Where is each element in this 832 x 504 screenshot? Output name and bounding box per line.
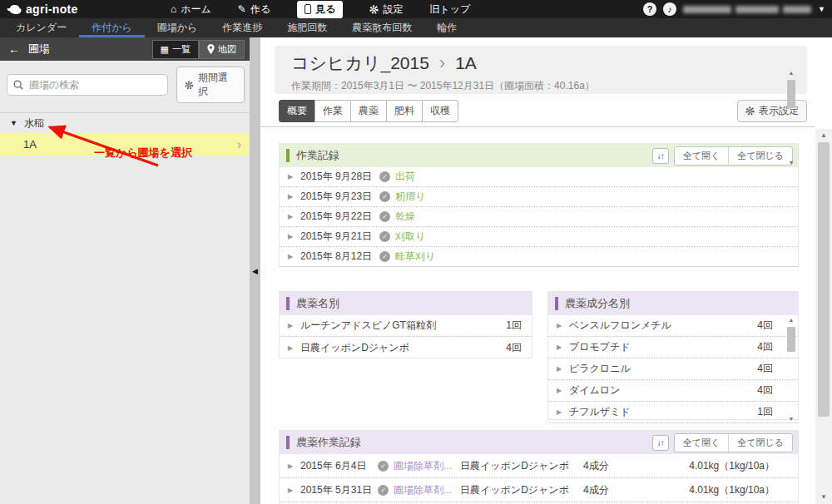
expand-triangle-icon: ▶ (288, 462, 300, 470)
usage-count: 4回 (757, 362, 773, 376)
ingredient-row[interactable]: ▶ チフルザミド 1回 (548, 402, 798, 423)
tab-pesticide[interactable]: 農薬 (350, 100, 387, 122)
pesticide-name-row[interactable]: ▶ 日農イッポンDジャンボ 4回 (280, 337, 532, 358)
tab-work[interactable]: 作業 (314, 100, 351, 122)
work-type-label[interactable]: 出荷 (395, 170, 415, 184)
scroll-down-icon[interactable]: ▼ (815, 493, 832, 501)
check-circle-icon: ✓ (379, 211, 390, 222)
tab-overview[interactable]: 概要 (279, 100, 315, 122)
expand-triangle-icon: ▶ (557, 387, 569, 394)
subnav-fertilization-count[interactable]: 施肥回数 (275, 18, 339, 37)
work-type-label[interactable]: 乾燥 (395, 210, 415, 224)
nav-home-label: ホーム (181, 2, 211, 17)
agri-note-logo-icon (7, 4, 22, 15)
panel-scrollbar[interactable]: ▲ ▼ (786, 317, 796, 422)
home-icon: ⌂ (171, 4, 176, 14)
period-select-button[interactable]: 期間選択 (176, 67, 245, 103)
annotation-text: 一覧から圃場を選択 (94, 146, 192, 161)
ingredient-row[interactable]: ▶ ピラクロニル 4回 (548, 358, 798, 380)
page-scrollbar[interactable]: ▲ ▼ (815, 129, 832, 504)
scroll-up-icon[interactable]: ▲ (815, 131, 832, 139)
subnav-work-progress[interactable]: 作業進捗 (210, 18, 275, 37)
scroll-up-icon[interactable]: ▲ (786, 70, 796, 76)
record-date: 2015年 9月28日 (300, 170, 379, 184)
note-icon[interactable]: ♪ (663, 2, 676, 16)
nav-settings[interactable]: 設定 (369, 2, 403, 17)
nav-home[interactable]: ⌂ ホーム (171, 2, 211, 17)
pesticide-name: ルーチンアドスピノGT箱粒剤 (300, 319, 436, 333)
gear-icon (369, 5, 379, 14)
work-record-row[interactable]: ▶ 2015年 9月28日 ✓ 出荷 (280, 167, 798, 187)
product-name: 日農イッポンDジャンボ (460, 483, 583, 497)
pesticide-work-records-panel: 農薬作業記録 ↓↑ 全て開く 全て閉じる ▶ 2015年 6月4日 ✓ 圃場除草… (279, 430, 799, 504)
work-category-link[interactable]: 圃場除草剤... (394, 459, 460, 473)
detail-tab-row: 概要 作業 農薬 肥料 収穫 表示設定 (279, 101, 807, 121)
nav-view[interactable]: 見る (297, 1, 343, 18)
grid-icon: ▦ (161, 44, 169, 55)
pesticide-by-name-panel: 農薬名別 ▶ ルーチンアドスピノGT箱粒剤 1回 ▶ 日農イッポンDジャンボ 4… (279, 291, 532, 358)
brand[interactable]: agri-note (0, 2, 78, 16)
open-all-button[interactable]: 全て開く (675, 147, 729, 165)
field-search-input[interactable] (7, 74, 168, 96)
check-circle-icon: ✓ (379, 251, 390, 262)
display-settings-button[interactable]: 表示設定 (737, 100, 807, 122)
map-view-button[interactable]: 地図 (199, 40, 245, 59)
subnav-pesticide-spray-count[interactable]: 農薬散布回数 (339, 18, 424, 37)
help-icon[interactable]: ? (643, 2, 656, 16)
scroll-up-icon[interactable]: ▲ (786, 317, 796, 323)
sort-icon[interactable]: ↓↑ (652, 435, 669, 451)
record-date: 2015年 5月31日 (300, 483, 378, 497)
panel-scrollbar[interactable]: ▲ ▼ (786, 70, 796, 166)
work-record-row[interactable]: ▶ 2015年 8月12日 ✓ 畦草刈り (280, 247, 798, 267)
sidebar-title: 圃場 (28, 42, 50, 57)
subnav-by-field[interactable]: 圃場から (145, 18, 210, 37)
scrollbar-thumb[interactable] (787, 327, 795, 352)
scroll-down-icon[interactable]: ▼ (786, 416, 796, 422)
user-menu-caret-icon[interactable]: ▼ (818, 5, 825, 13)
close-all-button[interactable]: 全て閉じる (728, 147, 792, 165)
work-type-label[interactable]: 畦草刈り (395, 250, 435, 264)
subnav-crop-rotation[interactable]: 輪作 (424, 18, 469, 37)
work-period-text: 作業期間：2015年3月1日 〜 2015年12月31日（圃場面積：40.16a… (291, 79, 790, 93)
view-sub-nav: カレンダー 作付から 圃場から 作業進捗 施肥回数 農薬散布回数 輪作 (0, 18, 832, 37)
work-type-label[interactable]: 刈取り (395, 230, 425, 244)
pesticide-work-row[interactable]: ▶ 2015年 5月31日 ✓ 圃場除草剤... 日農イッポンDジャンボ 4成分… (280, 478, 798, 502)
close-all-button[interactable]: 全て閉じる (728, 434, 792, 452)
usage-count: 4回 (757, 383, 773, 398)
expand-triangle-icon: ▶ (288, 173, 300, 180)
tab-fertilizer[interactable]: 肥料 (386, 100, 423, 122)
user-area: ? ♪ ▼ (643, 2, 825, 16)
sort-icon[interactable]: ↓↑ (652, 148, 669, 164)
period-select-label: 期間選択 (198, 71, 236, 99)
scroll-down-icon[interactable]: ▼ (786, 160, 796, 166)
nav-old-top[interactable]: 旧トップ (429, 2, 470, 17)
tab-harvest[interactable]: 収穫 (422, 100, 458, 122)
record-date: 2015年 8月12日 (300, 250, 379, 264)
scrollbar-thumb[interactable] (818, 142, 830, 417)
work-category-link[interactable]: 圃場除草剤... (394, 483, 460, 497)
expand-collapse-group: 全て開く 全て閉じる (674, 433, 793, 452)
expand-triangle-icon: ▶ (288, 487, 300, 494)
scrollbar-thumb[interactable] (787, 80, 795, 108)
work-record-row[interactable]: ▶ 2015年 9月22日 ✓ 乾燥 (280, 207, 798, 227)
ingredient-row[interactable]: ▶ ダイムロン 4回 (548, 380, 798, 402)
subnav-by-planting[interactable]: 作付から (79, 18, 145, 37)
ingredient-row[interactable]: ▶ ブロモブチド 4回 (548, 337, 798, 358)
user-name-blurred[interactable] (683, 6, 811, 13)
expand-triangle-icon: ▶ (288, 344, 300, 352)
work-type-label[interactable]: 籾摺り (395, 190, 425, 204)
nav-create[interactable]: ✎ 作る (238, 2, 270, 17)
work-record-row[interactable]: ▶ 2015年 9月21日 ✓ 刈取り (280, 227, 798, 247)
sidebar-collapse-handle[interactable]: ◀ (250, 37, 260, 504)
field-sidebar: ← 圃場 ▦ 一覧 地図 期間選択 (0, 37, 250, 504)
open-all-button[interactable]: 全て開く (675, 434, 729, 452)
record-date: 2015年 9月21日 (300, 230, 379, 244)
pesticide-work-records-title: 農薬作業記録 (296, 435, 361, 450)
work-record-row[interactable]: ▶ 2015年 9月23日 ✓ 籾摺り (280, 187, 798, 207)
ingredient-row[interactable]: ▶ ベンスルフロンメチル 4回 (548, 315, 798, 337)
back-arrow-icon[interactable]: ← (8, 42, 20, 56)
pesticide-work-row[interactable]: ▶ 2015年 6月4日 ✓ 圃場除草剤... 日農イッポンDジャンボ 4成分 … (280, 454, 798, 478)
pesticide-name-row[interactable]: ▶ ルーチンアドスピノGT箱粒剤 1回 (280, 315, 532, 337)
subnav-calendar[interactable]: カレンダー (3, 18, 79, 37)
list-view-button[interactable]: ▦ 一覧 (152, 40, 199, 59)
